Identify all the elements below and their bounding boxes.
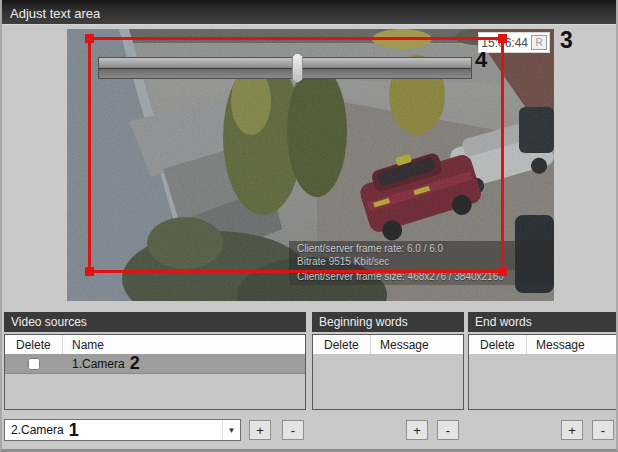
delete-cell	[5, 358, 63, 370]
camera-select-arrow[interactable]: ▼	[222, 420, 240, 440]
callout-2: 2	[130, 353, 140, 374]
beginning-words-table: Delete Message	[312, 334, 464, 410]
chevron-down-icon: ▼	[228, 426, 236, 435]
remove-video-source-button[interactable]: -	[282, 420, 304, 440]
add-video-source-button[interactable]: +	[249, 420, 271, 440]
camera-row-label: 1.Camera	[72, 357, 125, 371]
selection-handle-top-left[interactable]	[85, 34, 94, 43]
column-header-delete: Delete	[5, 335, 63, 354]
name-cell: 1.Camera 2	[63, 353, 305, 374]
column-header-message: Message	[371, 335, 463, 354]
video-sources-controls: 2.Camera 1 ▼ + -	[4, 410, 306, 446]
record-button[interactable]: R	[531, 35, 547, 50]
remove-beginning-word-button[interactable]: -	[437, 420, 459, 440]
callout-1: 1	[69, 420, 79, 441]
video-sources-table: Delete Name 1.Camera 2	[4, 334, 306, 410]
column-header-name: Name	[63, 335, 305, 354]
text-area-selection-rect[interactable]	[88, 37, 504, 273]
video-sources-table-header: Delete Name	[5, 335, 305, 354]
window-title: Adjust text area	[2, 0, 618, 25]
end-words-controls: + -	[468, 410, 618, 446]
video-preview: Client/server frame rate: 6.0 / 6.0 Bitr…	[67, 29, 554, 301]
delete-checkbox[interactable]	[28, 358, 40, 370]
camera-select[interactable]: 2.Camera 1 ▼	[4, 419, 241, 441]
column-header-delete: Delete	[469, 335, 527, 354]
add-beginning-word-button[interactable]: +	[406, 420, 428, 440]
video-sources-header: Video sources	[4, 312, 306, 332]
end-words-panel: End words Delete Message + -	[468, 312, 618, 446]
callout-4: 4	[475, 49, 487, 71]
table-row-camera[interactable]: 1.Camera 2	[5, 354, 305, 374]
callout-3: 3	[560, 29, 573, 52]
end-words-header: End words	[468, 312, 618, 332]
beginning-words-header: Beginning words	[312, 312, 464, 332]
selection-handle-bottom-left[interactable]	[85, 267, 94, 276]
beginning-words-table-header: Delete Message	[313, 335, 463, 354]
remove-end-word-button[interactable]: -	[592, 420, 614, 440]
column-header-message: Message	[527, 335, 617, 354]
video-sources-panel: Video sources Delete Name 1.Camera 2 2.C…	[4, 312, 306, 446]
camera-select-value: 2.Camera	[11, 423, 64, 437]
adjust-text-area-window: { "window": { "title": "Adjust text area…	[0, 0, 618, 452]
add-end-word-button[interactable]: +	[561, 420, 583, 440]
column-header-delete: Delete	[313, 335, 371, 354]
bottom-panels: Video sources Delete Name 1.Camera 2 2.C…	[4, 312, 618, 446]
end-words-table-header: Delete Message	[469, 335, 617, 354]
beginning-words-panel: Beginning words Delete Message + -	[312, 312, 464, 446]
end-words-table: Delete Message	[468, 334, 618, 410]
beginning-words-controls: + -	[312, 410, 464, 446]
selection-handle-bottom-right[interactable]	[498, 267, 507, 276]
selection-handle-top-right[interactable]	[498, 34, 507, 43]
